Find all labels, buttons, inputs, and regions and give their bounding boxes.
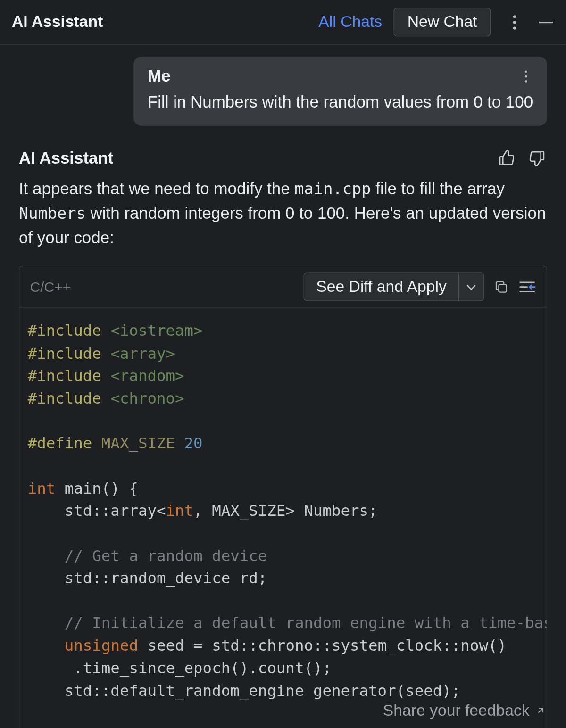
svg-point-5 [525,75,527,78]
code-block: C/C++ See Diff and Apply #include <iostr… [19,266,547,728]
chevron-down-icon[interactable] [458,273,484,301]
svg-point-0 [513,15,516,18]
code-token: .time_since_epoch().count(); [28,659,332,677]
svg-rect-7 [499,284,506,292]
user-name: Me [148,67,519,86]
code-token: 20 [184,434,203,452]
inline-code: main.cpp [294,180,371,198]
code-token: seed = std::chrono::system_clock::now() [138,637,507,654]
external-link-icon [535,705,546,716]
code-token: // Initialize a default random engine wi… [28,614,547,632]
code-token: #define [28,434,92,452]
code-token: #include [28,344,101,362]
code-token: MAX_SIZE [101,434,175,452]
svg-rect-3 [539,22,553,23]
code-body[interactable]: #include <iostream> #include <array> #in… [19,308,547,728]
code-token: std::array< [28,502,166,519]
code-block-header: C/C++ See Diff and Apply [19,267,547,308]
svg-point-4 [525,70,527,73]
header-bar: AI Assistant All Chats New Chat [0,0,566,45]
code-token: , MAX_SIZE> Numbers; [193,502,378,519]
new-chat-button[interactable]: New Chat [394,8,491,36]
code-token: int [28,480,56,497]
code-token: <iostream> [110,322,202,339]
thumbs-down-icon[interactable] [527,149,547,168]
message-more-icon[interactable] [519,69,533,83]
user-message-row: Me Fill in Numbers with the random value… [19,57,547,126]
user-message-text: Fill in Numbers with the random values f… [148,92,533,113]
svg-point-2 [513,26,516,29]
ai-message-header: AI Assistant [19,149,547,168]
ai-text-part: It appears that we need to modify the [19,180,294,198]
code-token: unsigned [65,637,138,654]
copy-icon[interactable] [492,278,510,296]
app-title: AI Assistant [12,13,318,31]
chat-content: Me Fill in Numbers with the random value… [0,45,566,728]
user-message: Me Fill in Numbers with the random value… [133,57,547,126]
code-token: int [166,502,194,519]
code-language-label: C/C++ [30,279,296,295]
ai-text-part: with random integers from 0 to 100. Here… [19,204,546,247]
code-token: #include [28,322,101,339]
code-token: // Get a random device [28,547,267,564]
insert-code-icon[interactable] [518,278,536,296]
svg-point-1 [513,21,516,24]
all-chats-link[interactable]: All Chats [318,13,382,31]
code-token: <array> [110,344,175,362]
see-diff-split-button[interactable]: See Diff and Apply [304,273,484,301]
code-token: main() { [55,480,138,497]
thumbs-up-icon[interactable] [497,149,516,168]
ai-message-text: It appears that we need to modify the ma… [19,177,547,251]
code-token: std::random_device rd; [28,569,267,587]
ai-name: AI Assistant [19,149,486,168]
inline-code: Numbers [19,204,86,223]
see-diff-button[interactable]: See Diff and Apply [304,273,458,301]
code-token: <random> [110,367,184,384]
minimize-icon[interactable] [538,14,554,30]
more-vert-icon[interactable] [506,14,523,30]
share-feedback-label: Share your feedback [383,702,530,720]
code-token: #include [28,389,101,407]
svg-point-6 [525,80,527,83]
code-token: std::default_random_engine generator(see… [28,682,461,699]
ai-text-part: file to fill the array [371,180,505,198]
code-token: <chrono> [110,389,184,407]
share-feedback-link[interactable]: Share your feedback [383,702,546,720]
code-token: #include [28,367,101,384]
